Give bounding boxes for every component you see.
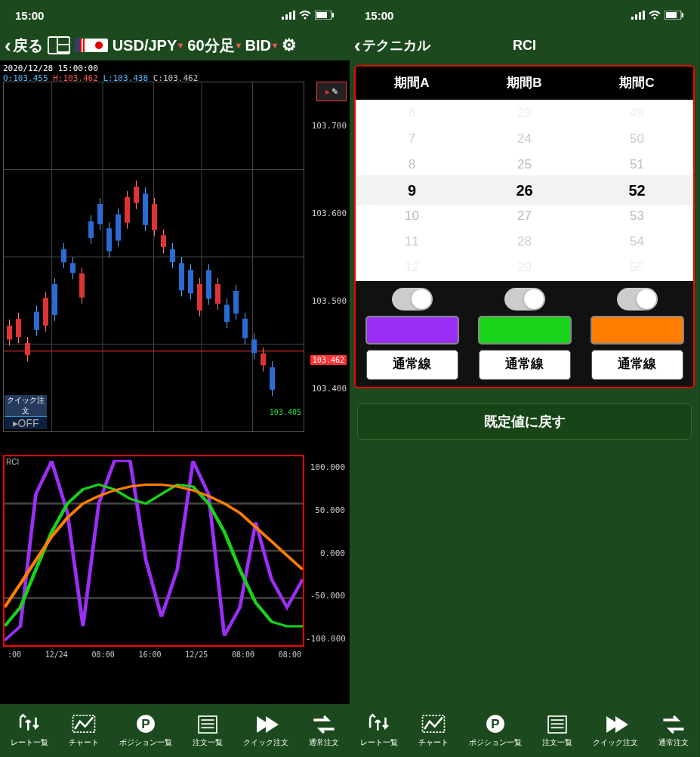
pricetype-dropdown[interactable]: BID <box>245 37 277 54</box>
tab-chart[interactable]: チャート <box>418 713 449 748</box>
color-a[interactable] <box>365 316 459 345</box>
svg-rect-66 <box>224 304 230 322</box>
svg-rect-20 <box>16 319 21 338</box>
battery-icon <box>665 11 684 20</box>
status-bar: 15:00 <box>350 0 699 30</box>
svg-rect-94 <box>682 13 683 17</box>
svg-rect-93 <box>666 12 677 18</box>
col-a: 期間A <box>356 66 468 100</box>
svg-rect-54 <box>170 249 175 262</box>
svg-rect-22 <box>25 343 30 355</box>
linetype-b[interactable]: 通常線 <box>479 350 571 380</box>
bottom-nav: レート一覧 チャート Pポジション一覧 注文一覧 クイック注文 通常注文 <box>350 704 699 757</box>
svg-rect-40 <box>106 228 112 251</box>
svg-rect-50 <box>152 204 157 230</box>
settings-header: ‹ テクニカル RCI <box>350 30 699 60</box>
svg-rect-0 <box>282 17 284 20</box>
signal-icon <box>631 11 645 20</box>
column-headers: 期間A 期間B 期間C <box>356 66 693 100</box>
svg-rect-90 <box>643 11 645 20</box>
svg-rect-30 <box>61 249 66 262</box>
svg-rect-56 <box>179 263 184 290</box>
tab-quick[interactable]: クイック注文 <box>593 713 638 748</box>
status-bar: 15:00 <box>0 0 350 30</box>
svg-rect-46 <box>134 187 139 203</box>
left-phone: 15:00 ‹ 戻る USD/JPY 60分足 BID ⚙ 2020/12/28… <box>0 0 350 757</box>
svg-point-4 <box>304 17 307 20</box>
right-phone: 15:00 ‹ テクニカル RCI 期間A 期間B 期間C 6 7 8 9 10 <box>350 0 699 757</box>
quick-order-toggle[interactable]: クイック注文 ▸OFF <box>5 395 47 429</box>
chevron-left-icon: ‹ <box>354 34 361 57</box>
rci-axis: 100.00050.0000.000-50.000-100.000 <box>306 462 345 644</box>
clock: 15:00 <box>15 9 44 22</box>
timeframe-dropdown[interactable]: 60分足 <box>187 36 240 56</box>
toggle-c[interactable] <box>617 288 658 311</box>
svg-rect-3 <box>293 11 295 20</box>
svg-rect-28 <box>52 284 57 315</box>
svg-rect-87 <box>631 17 634 20</box>
tab-quick[interactable]: クイック注文 <box>243 713 288 748</box>
clock: 15:00 <box>365 9 393 22</box>
flag-icons <box>75 39 108 52</box>
time-axis: :0012/2408:0016:0012/2508:0008:00 <box>8 650 301 659</box>
pair-dropdown[interactable]: USD/JPY <box>113 37 183 54</box>
candlestick-chart[interactable] <box>3 82 304 432</box>
svg-rect-89 <box>639 12 641 20</box>
rci-subchart[interactable]: RCI <box>3 455 304 647</box>
linetype-a[interactable]: 通常線 <box>366 350 458 380</box>
reset-button[interactable]: 既定値に戻す <box>357 403 692 440</box>
period-picker[interactable]: 6 7 8 9 10 11 12 23 24 25 26 27 28 29 49… <box>356 100 693 281</box>
tab-rates[interactable]: レート一覧 <box>11 713 48 748</box>
settings-title: RCI <box>513 38 536 54</box>
low-marker: 103.405 <box>270 408 301 416</box>
svg-rect-74 <box>261 354 266 366</box>
svg-rect-7 <box>332 13 334 17</box>
back-label: 戻る <box>13 36 43 56</box>
svg-rect-58 <box>188 270 193 293</box>
svg-rect-18 <box>7 326 12 339</box>
bottom-nav: レート一覧 チャート Pポジション一覧 注文一覧 クイック注文 通常注文 <box>0 704 350 757</box>
toggle-b[interactable] <box>504 288 545 311</box>
svg-rect-32 <box>70 263 76 273</box>
layout-icon[interactable] <box>48 36 70 54</box>
wifi-icon <box>649 11 661 20</box>
tab-orders[interactable]: 注文一覧 <box>542 713 572 748</box>
col-b: 期間B <box>468 66 581 100</box>
tab-rates[interactable]: レート一覧 <box>360 713 398 748</box>
svg-rect-72 <box>251 339 257 353</box>
tab-orders[interactable]: 注文一覧 <box>193 713 223 748</box>
svg-rect-6 <box>316 12 327 18</box>
battery-icon <box>315 11 335 20</box>
svg-rect-36 <box>88 221 94 238</box>
series-controls: 通常線 通常線 通常線 <box>356 281 693 387</box>
svg-rect-24 <box>34 312 39 330</box>
svg-rect-42 <box>116 215 121 241</box>
color-b[interactable] <box>478 316 572 345</box>
tab-chart[interactable]: チャート <box>69 713 99 748</box>
back-button[interactable]: ‹ テクニカル <box>354 34 430 57</box>
ohlc-readout: 2020/12/28 15:00:00 O:103.455 H:103.462 … <box>3 63 198 83</box>
tab-normal[interactable]: 通常注文 <box>309 713 339 748</box>
last-price-marker: 103.462 <box>310 355 347 365</box>
col-c: 期間C <box>581 66 693 100</box>
price-axis: 103.700103.600103.500103.400 <box>306 82 347 432</box>
gear-icon[interactable]: ⚙ <box>282 36 297 55</box>
svg-text:P: P <box>491 717 499 731</box>
series-c: 通常線 <box>581 281 693 387</box>
svg-rect-60 <box>197 284 202 311</box>
svg-rect-64 <box>215 284 220 304</box>
back-button[interactable]: ‹ 戻る <box>5 34 43 57</box>
svg-rect-48 <box>143 193 148 225</box>
svg-rect-88 <box>635 14 637 20</box>
chart-header: ‹ 戻る USD/JPY 60分足 BID ⚙ <box>0 30 350 60</box>
tab-normal[interactable]: 通常注文 <box>658 713 689 748</box>
tab-positions[interactable]: Pポジション一覧 <box>119 713 172 748</box>
series-b: 通常線 <box>468 281 581 387</box>
linetype-c[interactable]: 通常線 <box>591 350 683 380</box>
svg-rect-68 <box>233 291 239 314</box>
color-c[interactable] <box>591 316 684 345</box>
svg-point-91 <box>654 17 656 20</box>
toggle-a[interactable] <box>392 288 433 311</box>
tab-positions[interactable]: Pポジション一覧 <box>469 713 522 748</box>
status-icons <box>631 11 684 20</box>
